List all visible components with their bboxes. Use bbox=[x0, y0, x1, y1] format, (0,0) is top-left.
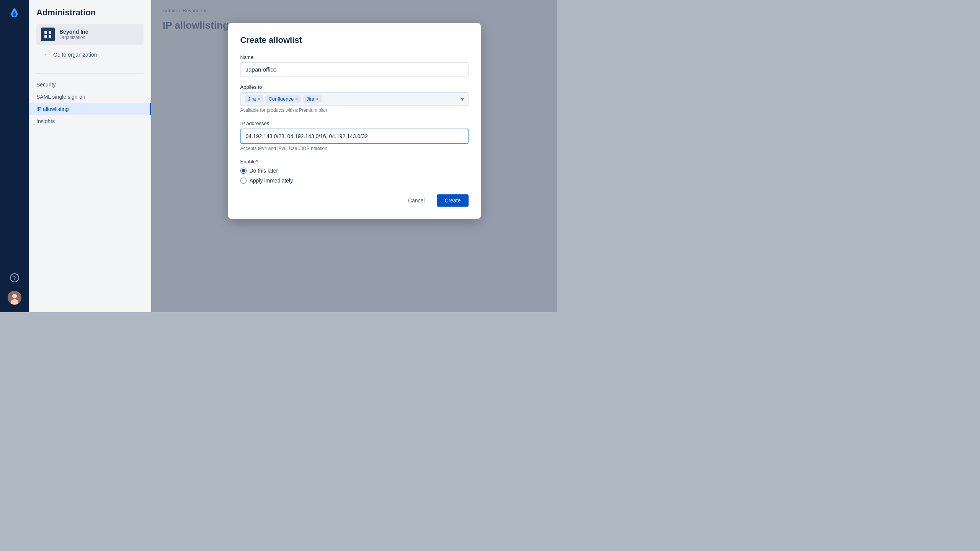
nav-divider bbox=[36, 73, 144, 74]
tag-jira-1-label: Jira bbox=[248, 96, 256, 102]
tag-jira-1[interactable]: Jira × bbox=[245, 95, 263, 103]
org-icon bbox=[41, 28, 55, 41]
org-subtitle: Organization bbox=[59, 35, 88, 40]
nav-item-saml[interactable]: SAML single sign-on bbox=[29, 91, 151, 103]
radio-do-later[interactable]: Do this later bbox=[240, 168, 469, 174]
premium-hint: Available for products with a Premium pl… bbox=[240, 108, 469, 113]
create-button[interactable]: Create bbox=[437, 194, 468, 207]
modal-overlay: Create allowlist Name Applies to Jira × … bbox=[151, 0, 557, 312]
svg-rect-5 bbox=[44, 35, 47, 38]
nav-item-insights[interactable]: Insights bbox=[29, 115, 151, 127]
name-input[interactable] bbox=[240, 62, 469, 77]
svg-rect-3 bbox=[44, 31, 47, 34]
name-field-group: Name bbox=[240, 54, 469, 77]
tag-confluence-label: Confluence bbox=[268, 96, 294, 102]
go-to-org-button[interactable]: ← Go to organization bbox=[39, 48, 140, 61]
sidebar-bottom: ? bbox=[8, 271, 21, 312]
left-panel-header: Administration Beyond Inc Organization ←… bbox=[29, 8, 151, 69]
sidebar: ? bbox=[0, 0, 29, 312]
org-name: Beyond Inc bbox=[59, 29, 88, 35]
tag-jira-2-remove[interactable]: × bbox=[316, 97, 318, 101]
ip-hint: Accepts IPv4 and IPv6. Use CIDR notation… bbox=[240, 146, 469, 151]
modal-title: Create allowlist bbox=[240, 35, 469, 45]
svg-rect-6 bbox=[49, 35, 51, 38]
user-avatar[interactable] bbox=[8, 291, 21, 305]
ip-addresses-input[interactable] bbox=[240, 129, 469, 144]
app-logo[interactable] bbox=[8, 6, 21, 20]
tag-jira-2-label: Jira bbox=[306, 96, 314, 102]
chevron-down-icon: ▾ bbox=[461, 95, 464, 103]
org-card[interactable]: Beyond Inc Organization bbox=[36, 24, 144, 45]
ip-addresses-label: IP addresses bbox=[240, 121, 469, 126]
ip-addresses-field-group: IP addresses Accepts IPv4 and IPv6. Use … bbox=[240, 121, 469, 151]
enable-label: Enable? bbox=[240, 159, 469, 165]
main-content: Admin / Beyond Inc IP allowlisting Creat… bbox=[151, 0, 557, 312]
create-allowlist-modal: Create allowlist Name Applies to Jira × … bbox=[228, 23, 481, 219]
radio-apply-immediately-label: Apply immediately bbox=[250, 178, 293, 184]
nav-item-security[interactable]: Security bbox=[29, 78, 151, 91]
applies-to-field-group: Applies to Jira × Confluence × Jira × ▾ bbox=[240, 84, 469, 113]
cancel-button[interactable]: Cancel bbox=[400, 194, 433, 207]
tag-jira-1-remove[interactable]: × bbox=[257, 97, 260, 101]
applies-to-select[interactable]: Jira × Confluence × Jira × ▾ bbox=[240, 92, 469, 106]
tag-confluence-remove[interactable]: × bbox=[295, 97, 298, 101]
enable-radio-group: Do this later Apply immediately bbox=[240, 168, 469, 184]
org-info: Beyond Inc Organization bbox=[59, 29, 88, 40]
enable-field-group: Enable? Do this later Apply immediately bbox=[240, 159, 469, 184]
modal-footer: Cancel Create bbox=[240, 194, 469, 207]
back-arrow-icon: ← bbox=[44, 51, 50, 58]
go-to-org-label: Go to organization bbox=[53, 52, 97, 58]
help-button[interactable]: ? bbox=[8, 271, 21, 285]
tag-jira-2[interactable]: Jira × bbox=[303, 95, 322, 103]
svg-point-1 bbox=[12, 294, 17, 298]
tag-confluence[interactable]: Confluence × bbox=[265, 95, 301, 103]
radio-apply-immediately[interactable]: Apply immediately bbox=[240, 178, 469, 184]
radio-do-later-input[interactable] bbox=[240, 168, 247, 174]
svg-rect-4 bbox=[49, 31, 51, 34]
name-label: Name bbox=[240, 54, 469, 60]
nav-item-ip-allowlisting[interactable]: IP allowlisting bbox=[29, 103, 151, 115]
radio-do-later-label: Do this later bbox=[250, 168, 278, 174]
sidebar-nav: Security SAML single sign-on IP allowlis… bbox=[29, 78, 151, 127]
left-panel: Administration Beyond Inc Organization ←… bbox=[29, 0, 151, 312]
radio-apply-immediately-input[interactable] bbox=[240, 178, 247, 184]
admin-title: Administration bbox=[36, 8, 144, 18]
applies-to-label: Applies to bbox=[240, 84, 469, 90]
